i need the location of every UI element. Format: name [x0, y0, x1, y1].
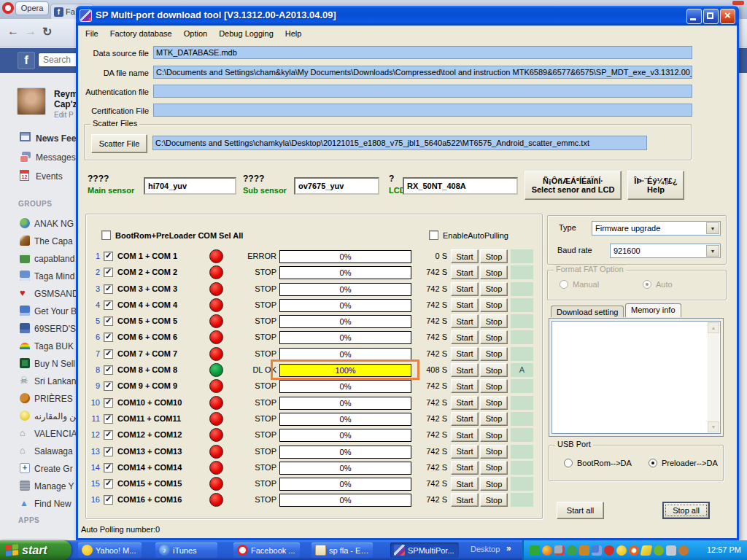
com-checkbox[interactable] [104, 479, 113, 489]
stop-button[interactable]: Stop [480, 330, 508, 344]
com-checkbox[interactable] [104, 365, 113, 375]
avatar[interactable] [17, 88, 46, 115]
start-button[interactable]: Start [451, 347, 479, 361]
tray-icon[interactable] [542, 545, 552, 556]
sub-sensor-field[interactable]: ov7675_yuv [294, 177, 379, 195]
tray-icon[interactable] [567, 545, 577, 556]
main-sensor-field[interactable]: hi704_yuv [144, 177, 236, 195]
cert-file-field[interactable] [153, 104, 692, 117]
group-item[interactable]: 69SERD'S [0, 321, 80, 338]
sel-all-checkbox[interactable] [101, 230, 111, 240]
group-item[interactable]: Taga BUK [0, 338, 80, 356]
tray-icon[interactable] [666, 545, 676, 556]
start-button[interactable]: Start [451, 445, 479, 459]
start-button[interactable]: Start [451, 428, 479, 442]
close-button[interactable] [720, 9, 735, 24]
sidebar-nav-item[interactable]: Messages [0, 149, 80, 168]
stop-button[interactable]: Stop [480, 347, 508, 361]
com-checkbox[interactable] [104, 332, 113, 342]
memory-info-textarea[interactable]: ▲ ▼ [551, 321, 721, 434]
enable-auto-pulling-checkbox[interactable] [429, 230, 438, 240]
start-button[interactable]: Start [451, 363, 479, 377]
lcd-field[interactable]: RX_50NT_408A [403, 177, 518, 195]
scrollbar[interactable]: ▲ ▼ [708, 322, 719, 432]
maximize-button[interactable] [703, 9, 719, 24]
opera-menu-button[interactable]: Opera [15, 1, 49, 15]
type-dropdown[interactable]: Firmware upgrade ▼ [592, 221, 721, 236]
edit-profile-link[interactable]: Edit P [54, 111, 74, 119]
baud-dropdown-arrow-icon[interactable]: ▼ [706, 245, 719, 257]
tray-icon[interactable] [616, 545, 627, 556]
stop-button[interactable]: Stop [480, 282, 508, 296]
facebook-logo[interactable]: f [18, 52, 35, 69]
tray-icon[interactable] [554, 545, 565, 556]
select-sensor-lcd-button[interactable]: Ñ¡ÔñÆÁºÍÉãÏñÍ· Select senor and LCD [525, 171, 622, 200]
start-button[interactable]: Start [451, 249, 479, 263]
tray-icon[interactable] [654, 545, 664, 556]
da-file-field[interactable]: C:\Documents and Settings\cham&kyla\My D… [153, 66, 692, 79]
com-checkbox[interactable] [104, 495, 113, 505]
start-button[interactable]: Start [451, 412, 479, 426]
start-button[interactable]: Start [451, 282, 479, 296]
profile-name[interactable]: Reym [54, 89, 78, 99]
back-icon[interactable]: ← [7, 25, 19, 38]
scatter-file-button[interactable]: Scatter File [91, 134, 147, 153]
start-button[interactable]: Start [451, 314, 479, 328]
group-item[interactable]: Sri Lankan [0, 373, 80, 391]
group-item[interactable]: الاين والمقارنه [0, 408, 80, 426]
start-button[interactable]: Start [451, 461, 479, 475]
stop-button[interactable]: Stop [480, 445, 508, 459]
forward-icon[interactable]: → [25, 25, 36, 38]
stop-button[interactable]: Stop [480, 249, 508, 263]
taskbar-task-button[interactable]: SPMultiPor... [390, 542, 459, 558]
sidebar-nav-item[interactable]: News Fee [0, 130, 80, 149]
start-all-button[interactable]: Start all [557, 502, 604, 519]
group-item[interactable]: Manage Y [0, 478, 80, 496]
taskbar-task-button[interactable]: sp fla - Ev... [311, 542, 373, 558]
tray-icon[interactable] [640, 545, 653, 556]
group-item[interactable]: Create Gr [0, 461, 80, 478]
scroll-down-icon[interactable]: ▼ [708, 421, 719, 432]
minimize-button[interactable] [686, 9, 702, 24]
stop-button[interactable]: Stop [480, 477, 508, 491]
group-item[interactable]: GSMSAND [0, 286, 80, 303]
tray-icon[interactable] [604, 545, 614, 556]
tray-icon[interactable] [678, 545, 689, 556]
stop-button[interactable]: Stop [480, 493, 508, 507]
com-checkbox[interactable] [104, 252, 113, 261]
start-button[interactable]: Start [451, 493, 479, 507]
group-item[interactable]: Find New [0, 496, 80, 513]
menu-option[interactable]: Option [178, 27, 213, 40]
reload-icon[interactable]: ↻ [42, 25, 52, 39]
menu-help[interactable]: Help [279, 27, 308, 40]
stop-button[interactable]: Stop [480, 265, 508, 279]
group-item[interactable]: ANAK NG [0, 216, 80, 233]
stop-button[interactable]: Stop [480, 379, 508, 393]
menu-factory-database[interactable]: Factory database [104, 27, 178, 40]
com-checkbox[interactable] [104, 463, 113, 472]
profile-name-2[interactable]: Cap'z [54, 99, 77, 109]
com-checkbox[interactable] [104, 300, 113, 310]
start-button[interactable]: Start [451, 396, 479, 410]
com-checkbox[interactable] [104, 284, 113, 294]
group-item[interactable]: Get Your B [0, 303, 80, 321]
baud-rate-dropdown[interactable]: 921600 ▼ [610, 244, 721, 258]
stop-button[interactable]: Stop [480, 314, 508, 328]
taskbar-task-button[interactable]: Facebook ... [233, 542, 300, 558]
data-source-field[interactable]: MTK_DATABASE.mdb [153, 46, 692, 59]
stop-button[interactable]: Stop [480, 298, 508, 312]
group-item[interactable]: The Capa [0, 233, 80, 251]
tray-icon[interactable] [592, 545, 602, 556]
stop-button[interactable]: Stop [480, 428, 508, 442]
taskbar-task-button[interactable]: Yahoo! M... [78, 542, 142, 558]
chevron-icon[interactable]: » [506, 543, 511, 553]
tab-download-setting[interactable]: Download setting [551, 306, 624, 317]
usb-bootrom-radio[interactable] [564, 459, 573, 467]
stop-button[interactable]: Stop [480, 363, 508, 377]
group-item[interactable]: Taga Mind [0, 268, 80, 286]
stop-button[interactable]: Stop [480, 461, 508, 475]
tray-icon[interactable] [579, 545, 589, 556]
group-item[interactable]: VALENCIA [0, 426, 80, 443]
usb-preloader-radio[interactable] [649, 459, 657, 467]
com-checkbox[interactable] [104, 349, 113, 359]
